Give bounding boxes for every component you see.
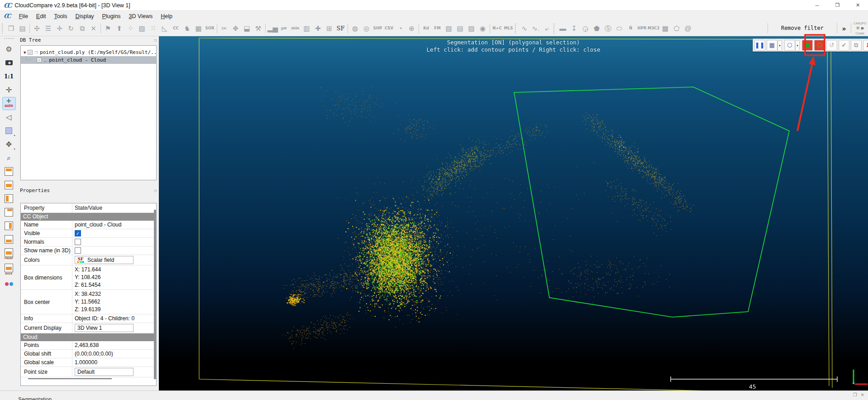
add-sf-icon[interactable]: ✚ — [312, 23, 324, 34]
left-toolbar-handle[interactable] — [4, 38, 14, 40]
maximize-button[interactable]: ❐ — [827, 0, 848, 10]
raster-two-icon[interactable]: ▤ — [454, 23, 466, 34]
interactive-transform-icon[interactable]: ↻ — [65, 23, 76, 34]
delete-icon[interactable]: ✕ — [88, 23, 99, 34]
menu-item-edit[interactable]: Edit — [32, 12, 50, 20]
compute-normals-icon[interactable]: N+C — [491, 23, 503, 34]
depth-probe-icon[interactable]: ↧ — [568, 23, 580, 34]
toolbar-overflow-chevron[interactable]: » — [839, 24, 849, 32]
mesh-sampling-icon[interactable]: ◎ — [361, 23, 372, 34]
histogram-icon[interactable]: ▂▅ — [267, 23, 278, 34]
view-right-icon[interactable] — [2, 219, 16, 232]
tree-row-root[interactable]: ▼ ✓ ❒ point_cloud.ply (E:/mySelf/GS/Resu… — [21, 48, 156, 56]
facets-icon[interactable]: FM — [432, 23, 443, 34]
save-icon[interactable]: ▤ — [17, 23, 28, 34]
sf-calculator-icon[interactable]: ⊞ — [324, 23, 335, 34]
sf-tools-icon[interactable]: SF — [335, 23, 346, 34]
compass-icon[interactable]: ◶ — [580, 23, 591, 34]
normals-checkbox[interactable] — [75, 239, 81, 245]
pivot-crosshair-icon[interactable]: ✛ — [2, 83, 16, 96]
unroll-icon[interactable]: ◺ — [159, 23, 170, 34]
toolbar-handle[interactable] — [515, 24, 517, 34]
statistics-icon[interactable]: μσ — [278, 23, 290, 34]
register-icon[interactable]: ♞ — [181, 23, 193, 34]
apply-transformation-icon[interactable]: ✛ — [54, 23, 65, 34]
toolbar-handle[interactable] — [2, 24, 4, 34]
canupo-train-icon[interactable]: ❀ — [856, 25, 860, 31]
level-arrow-icon[interactable]: ⤶ — [541, 23, 553, 34]
confirm-button[interactable]: ✔ — [839, 40, 849, 51]
menu-item-plugins[interactable]: Plugins — [98, 12, 125, 20]
view-left-icon[interactable] — [2, 192, 16, 205]
cloud-checkbox[interactable]: ✓ — [37, 58, 42, 63]
polygon-mode-button[interactable]: ⬡▾ — [784, 40, 795, 51]
colors-combobox[interactable]: SFScalar field — [75, 256, 134, 264]
dropdown-mark-icon[interactable]: ▾ — [14, 147, 15, 150]
confirm-duplicate-button[interactable]: ⧉ — [851, 40, 862, 51]
rasterize-icon[interactable]: ▨ — [136, 23, 148, 34]
screenshot-camera-icon[interactable] — [2, 56, 16, 69]
menu-item-file[interactable]: File — [15, 12, 32, 20]
minimize-button[interactable]: ─ — [807, 0, 827, 10]
zoom-magnifier-icon[interactable]: ⌕ — [2, 151, 16, 164]
clone-icon[interactable]: ⧉ — [76, 23, 88, 34]
view-bottom-icon[interactable] — [2, 233, 16, 246]
float-panel-icon[interactable]: ❐ — [154, 188, 157, 193]
float-panel-icon[interactable]: ❐ — [154, 38, 157, 43]
view-back-icon[interactable] — [2, 206, 16, 219]
canupo-snail-icon[interactable]: @ — [682, 23, 694, 34]
normals-n-icon[interactable]: N̂ — [625, 23, 636, 34]
camera-rotate-icon[interactable]: ◁ — [2, 111, 16, 124]
sphere-grid-icon[interactable]: ⊕ — [406, 23, 417, 34]
raster-three-icon[interactable]: ▨ — [466, 23, 477, 34]
raster-four-icon[interactable]: ◉ — [477, 23, 488, 34]
show-name-in-3d--checkbox[interactable] — [75, 247, 81, 254]
properties-icon[interactable]: ☰ — [43, 23, 54, 34]
view-top-icon[interactable] — [2, 165, 16, 178]
reset-button[interactable]: ↺ — [826, 40, 837, 51]
menu-item-3d-views[interactable]: 3D Views — [125, 12, 157, 20]
point-picking-icon[interactable]: ⚑ — [102, 23, 114, 34]
raster-one-icon[interactable]: ▧ — [443, 23, 454, 34]
current-display-combobox[interactable]: 3D View 1 — [75, 324, 134, 332]
shield-icon[interactable]: ⬟ — [591, 23, 602, 34]
segment-out-button[interactable]: ⬠ — [814, 40, 825, 51]
canupo-overflow-chevron[interactable]: » — [861, 25, 864, 31]
segment-in-button[interactable]: ⬟ — [802, 40, 813, 51]
pause-button[interactable]: ❚❚ — [754, 40, 765, 51]
perspective-cube-icon[interactable]: ▾ — [2, 124, 16, 137]
auto-pivot-icon[interactable]: ✛auto — [2, 97, 16, 110]
zoom-1-1-icon[interactable]: 1:1 — [2, 70, 16, 83]
remove-filter-button[interactable]: Remove filter — [769, 23, 835, 33]
kd-tree-icon[interactable]: Kd — [420, 23, 432, 34]
menu-item-tools[interactable]: Tools — [50, 12, 71, 20]
db-tree-box[interactable]: ▼ ✓ ❒ point_cloud.ply (E:/mySelf/GS/Resu… — [20, 45, 157, 180]
shp-export-icon[interactable]: SHP — [372, 23, 383, 34]
save-selection-button[interactable]: ▦▾ — [767, 40, 777, 51]
close-small-icon[interactable]: ✕ — [861, 392, 864, 397]
visible-checkbox[interactable]: ✓ — [75, 230, 81, 236]
m3c2-icon[interactable]: M3C2 — [648, 23, 660, 34]
primitive-factory-icon[interactable]: ✣ — [31, 23, 43, 34]
translate-rotate-icon[interactable]: ✥ — [230, 23, 241, 34]
sf-gradient-icon[interactable]: ▥ — [301, 23, 312, 34]
tree-row-cloud[interactable]: ✓ ☁ point_cloud - Cloud — [21, 56, 156, 64]
cancel-button[interactable]: ✘ — [863, 40, 868, 51]
pan-move-icon[interactable]: ✥▾ — [2, 138, 16, 151]
cloud-cloud-distance-icon[interactable]: CC — [170, 23, 181, 34]
close-button[interactable]: ✕ — [848, 0, 868, 10]
merge-clouds-icon[interactable]: ⬆ — [114, 23, 125, 34]
clipping-box-icon[interactable]: ⬓ — [241, 23, 253, 34]
tools-wrench-icon[interactable]: ⚙ — [2, 43, 16, 56]
hpr-icon[interactable]: HPR — [636, 23, 648, 34]
dropdown-mark-icon[interactable]: ▾ — [777, 40, 782, 51]
properties-horizontal-scrollbar[interactable] — [28, 378, 112, 379]
menu-item-help[interactable]: Help — [157, 12, 176, 20]
tree-cloud-label[interactable]: point_cloud - Cloud — [49, 57, 106, 63]
curve-sample-icon[interactable]: ∿. — [530, 23, 541, 34]
sf-min-max-icon[interactable]: min — [290, 23, 301, 34]
expander-icon[interactable]: ▼ — [24, 50, 26, 55]
checker-icon[interactable]: ▦ — [193, 23, 204, 34]
stereo-glasses-icon[interactable] — [2, 277, 16, 290]
csv-export-icon[interactable]: CSV — [383, 23, 395, 34]
